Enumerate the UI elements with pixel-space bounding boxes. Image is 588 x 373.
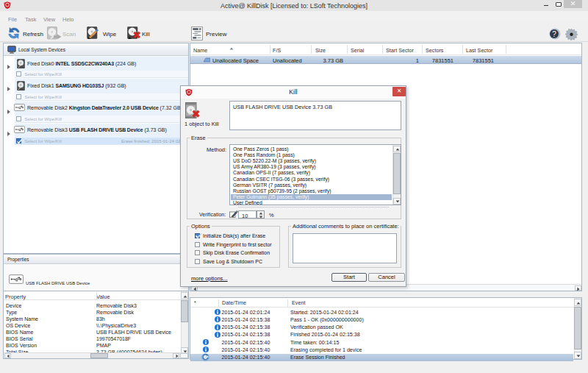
svg-text:?: ?: [552, 30, 556, 38]
